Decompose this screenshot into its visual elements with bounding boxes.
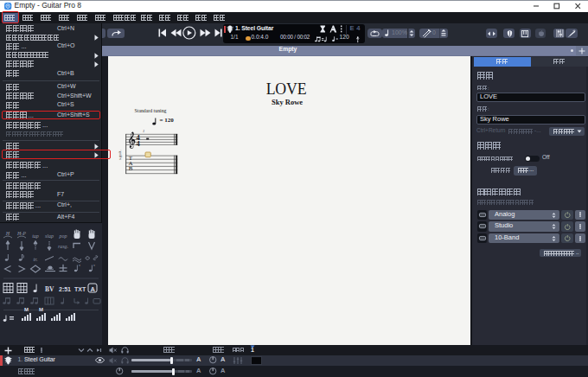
svg-text:4: 4 — [137, 139, 141, 148]
svg-text:M: M — [24, 307, 29, 312]
svg-text:1: 1 — [143, 129, 144, 133]
svg-text:BV: BV — [45, 285, 54, 293]
svg-text:s.guit.: s.guit. — [118, 150, 122, 160]
svg-text:rasg.: rasg. — [58, 244, 68, 249]
svg-text:M: M — [39, 307, 43, 312]
svg-text:B: B — [129, 165, 133, 172]
svg-text:tr.: tr. — [33, 256, 38, 262]
svg-text:pop: pop — [59, 233, 67, 239]
svg-text:TXT: TXT — [74, 286, 86, 292]
svg-text:*: * — [93, 264, 95, 269]
svg-text:H-P: H-P — [16, 231, 26, 236]
svg-text:slap: slap — [45, 233, 54, 239]
svg-text:A: A — [91, 285, 96, 293]
svg-text:H: H — [5, 231, 10, 236]
svg-text:2:51: 2:51 — [59, 286, 71, 292]
svg-text:tap: tap — [32, 233, 39, 239]
svg-text:*: * — [79, 264, 80, 269]
